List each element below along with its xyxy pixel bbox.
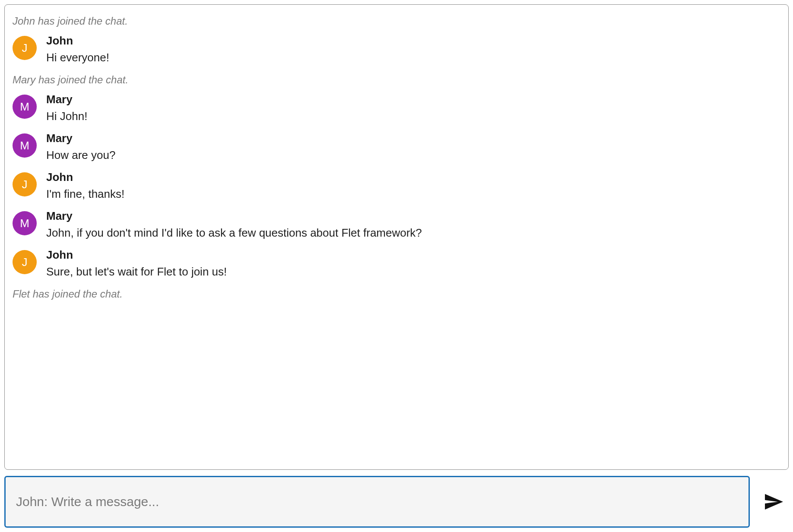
composer-bar	[4, 476, 789, 528]
chat-message: JJohnI'm fine, thanks!	[13, 169, 780, 205]
message-body: JohnSure, but let's wait for Flet to joi…	[46, 248, 227, 279]
message-text: John, if you don't mind I'd like to ask …	[46, 226, 422, 240]
message-input[interactable]	[4, 476, 750, 528]
send-button[interactable]	[758, 476, 789, 528]
message-author: Mary	[46, 132, 115, 145]
message-text: Sure, but let's wait for Flet to join us…	[46, 265, 227, 279]
message-author: John	[46, 248, 227, 262]
avatar: J	[13, 172, 37, 196]
chat-message: MMaryJohn, if you don't mind I'd like to…	[13, 208, 780, 244]
chat-message: JJohnHi everyone!	[13, 32, 780, 69]
message-text: I'm fine, thanks!	[46, 187, 124, 201]
message-author: John	[46, 171, 124, 184]
chat-message: MMaryHi John!	[13, 91, 780, 127]
message-body: JohnI'm fine, thanks!	[46, 171, 124, 201]
message-body: MaryHow are you?	[46, 132, 115, 162]
message-text: Hi everyone!	[46, 51, 109, 64]
message-body: MaryHi John!	[46, 93, 87, 123]
chat-message: MMaryHow are you?	[13, 130, 780, 166]
send-icon	[763, 491, 784, 512]
chat-message: JJohnSure, but let's wait for Flet to jo…	[13, 247, 780, 283]
avatar: M	[13, 95, 37, 119]
message-text: Hi John!	[46, 110, 87, 123]
avatar: M	[13, 211, 37, 235]
avatar: J	[13, 36, 37, 60]
chat-log[interactable]: John has joined the chat.JJohnHi everyon…	[4, 4, 789, 470]
message-author: Mary	[46, 93, 87, 106]
message-body: JohnHi everyone!	[46, 34, 109, 64]
avatar: M	[13, 133, 37, 158]
message-body: MaryJohn, if you don't mind I'd like to …	[46, 209, 422, 240]
avatar: J	[13, 250, 37, 274]
system-notice: Mary has joined the chat.	[13, 71, 780, 89]
message-text: How are you?	[46, 149, 115, 162]
message-author: Mary	[46, 209, 422, 223]
system-notice: John has joined the chat.	[13, 13, 780, 30]
message-author: John	[46, 34, 109, 48]
system-notice: Flet has joined the chat.	[13, 285, 780, 303]
